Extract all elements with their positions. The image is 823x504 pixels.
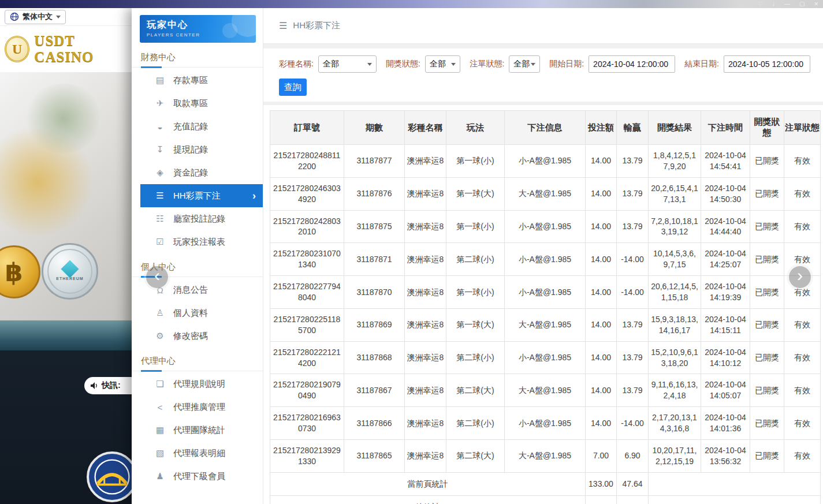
sidebar-item-player-bet-report[interactable]: ☑玩家投注報表: [132, 230, 263, 253]
sidebar-item-change-password[interactable]: ⚙修改密碼: [132, 324, 263, 348]
cell-play: 第一球(大): [446, 308, 505, 341]
draw-status-select[interactable]: 全部: [425, 55, 460, 73]
cell-time: 2024-10-04 14:01:36: [701, 407, 750, 440]
news-label: 快訊:: [102, 380, 121, 391]
heart-icon[interactable]: ♡: [758, 0, 763, 8]
team-logo: [87, 451, 137, 502]
cell-play: 第一球(小): [446, 145, 505, 178]
chevron-down-icon: [451, 63, 456, 66]
cell-win_loss: 13.79: [617, 177, 649, 210]
gear-icon: ⚙: [155, 331, 165, 341]
news-ticker: 快訊:: [84, 377, 137, 394]
chevron-down-icon: [531, 63, 535, 66]
cell-play: 第一球(小): [446, 210, 505, 243]
column-header: 下注信息: [505, 111, 586, 145]
close-button[interactable]: ×: [814, 0, 818, 8]
cell-win_loss: -14.00: [617, 243, 649, 276]
language-selector[interactable]: 繁体中文: [5, 10, 66, 24]
sidebar-item-agent-promotion[interactable]: <代理推廣管理: [132, 395, 263, 419]
cell-amount: 14.00: [586, 407, 617, 440]
cell-play: 第一球(大): [446, 177, 505, 210]
cell-amount: 14.00: [586, 177, 617, 210]
language-bar: 繁体中文: [0, 8, 132, 26]
start-date-label: 開始日期:: [549, 59, 584, 69]
sidebar-item-hh-lottery-bets[interactable]: ☰HH彩票下注›: [140, 184, 263, 207]
sidebar-item-agent-report-detail[interactable]: ▧代理報表明細: [132, 442, 263, 465]
sidebar-item-funds-record[interactable]: ◈資金記錄: [132, 161, 263, 184]
cell-lottery: 澳洲幸运8: [405, 341, 446, 374]
cell-bet_status: 有效: [784, 374, 821, 407]
cell-amount: 14.00: [586, 145, 617, 178]
cell-result: 15,9,3,18,13,14,16,17: [649, 308, 701, 341]
cell-order: 2152172802139291330: [270, 440, 344, 473]
lottery-name-select[interactable]: 全部: [318, 55, 377, 73]
column-header: 開獎結果: [649, 111, 701, 145]
bet-status-select[interactable]: 全部: [509, 55, 540, 73]
sidebar-item-deposit[interactable]: ▤存款專區: [132, 69, 263, 92]
chevron-down-icon: [367, 63, 372, 66]
cell-result: 20,2,6,15,4,17,13,1: [649, 177, 701, 210]
sidebar-item-agent-members[interactable]: ♟代理下級會員: [132, 465, 263, 488]
sidebar: 玩家中心 PLAYERS CENTER 財務中心▤存款專區✈取款專區◒充值記錄↧…: [132, 8, 263, 504]
players-center-panel: 玩家中心 PLAYERS CENTER 財務中心▤存款專區✈取款專區◒充值記錄↧…: [132, 8, 823, 504]
search-button[interactable]: 查詢: [279, 79, 307, 96]
lottery-name-label: 彩種名稱:: [279, 59, 314, 69]
sidebar-item-profile[interactable]: ♙個人資料: [132, 301, 263, 324]
sidebar-item-cashout-record[interactable]: ↧提現記錄: [132, 138, 263, 161]
cell-period: 31187876: [344, 177, 405, 210]
start-date-input[interactable]: [589, 55, 675, 73]
site-logo[interactable]: U USDT CASINO: [0, 26, 132, 72]
cell-win_loss: -14.00: [617, 407, 649, 440]
sidebar-item-room-bet-record[interactable]: ☷廳室投註記錄: [132, 207, 263, 230]
cell-draw_status: 已開獎: [750, 308, 784, 341]
hero-divider: [0, 320, 132, 350]
column-header: 注單狀態: [784, 111, 821, 145]
cell-win_loss: 13.79: [617, 145, 649, 178]
cell-period: 31187877: [344, 145, 405, 178]
cell-period: 31187870: [344, 276, 405, 309]
funds-icon: ◈: [155, 167, 165, 178]
cell-play: 第二球(小): [446, 407, 505, 440]
carousel-next-button[interactable]: ›: [789, 266, 811, 288]
cell-amount: 14.00: [586, 243, 617, 276]
carousel-prev-button[interactable]: ‹: [146, 266, 168, 288]
sidebar-item-recharge-record[interactable]: ◒充值記錄: [132, 115, 263, 138]
sidebar-item-agent-team-stats[interactable]: ▦代理團隊統計: [132, 419, 263, 442]
column-header: 開獎狀態: [750, 111, 784, 145]
cell-order: 2152172802251185700: [270, 308, 344, 341]
sidebar-item-label: 代理報表明細: [173, 448, 225, 459]
menu-toggle-icon[interactable]: ☰: [279, 20, 287, 31]
cell-bet_status: 有效: [784, 177, 821, 210]
column-header: 彩種名稱: [405, 111, 446, 145]
minimize-button[interactable]: —: [784, 0, 790, 8]
cell-lottery: 澳洲幸运8: [405, 177, 446, 210]
cell-bet_info: 小-A盤@1.985: [505, 341, 586, 374]
cell-play: 第二球(大): [446, 440, 505, 473]
cell-amount: 14.00: [586, 308, 617, 341]
cell-time: 2024-10-04 14:05:07: [701, 374, 750, 407]
cell-result: 15,2,10,9,6,13,18,20: [649, 341, 701, 374]
cell-amount: 14.00: [586, 374, 617, 407]
bitcoin-icon: ฿: [0, 245, 40, 298]
maximize-button[interactable]: ▢: [799, 0, 805, 8]
cell-time: 2024-10-04 14:44:40: [701, 210, 750, 243]
sidebar-item-withdraw[interactable]: ✈取款專區: [132, 92, 263, 115]
sidebar-item-label: 個人資料: [173, 308, 208, 319]
cell-lottery: 澳洲幸运8: [405, 308, 446, 341]
user-icon: ♙: [155, 308, 165, 318]
cell-bet_info: 小-A盤@1.985: [505, 210, 586, 243]
main-content: ☰ HH彩票下注 彩種名稱: 全部 開獎狀態: 全部 注單狀態: 全部: [263, 8, 823, 504]
bridge-icon: [90, 455, 134, 499]
column-header: 訂單號: [270, 111, 344, 145]
sidebar-item-label: 廳室投註記錄: [173, 214, 225, 225]
sidebar-item-label: 消息公告: [173, 285, 208, 296]
end-date-input[interactable]: [724, 55, 810, 73]
table-row: 215217280246303492031187876澳洲幸运8第一球(大)大-…: [270, 177, 821, 210]
cell-result: 10,14,5,3,6,9,7,15: [649, 243, 701, 276]
cell-lottery: 澳洲幸运8: [405, 440, 446, 473]
sidebar-item-agent-rules[interactable]: ❏代理規則說明: [132, 372, 263, 395]
cell-draw_status: 已開獎: [750, 374, 784, 407]
cell-bet_info: 大-A盤@1.985: [505, 440, 586, 473]
cell-win_loss: 13.79: [617, 374, 649, 407]
download-icon[interactable]: ↓: [772, 0, 775, 8]
